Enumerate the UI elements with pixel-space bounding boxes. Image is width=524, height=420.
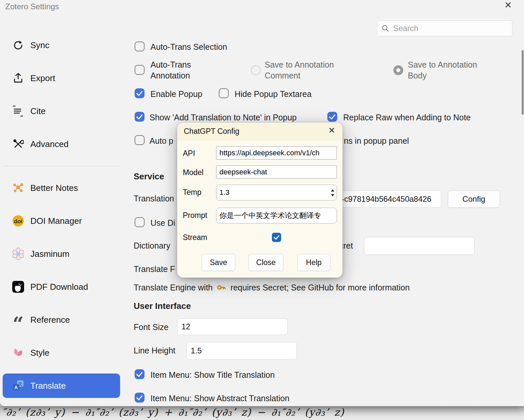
user-interface-heading: User Interface <box>134 301 191 311</box>
auto-trans-selection-label: Auto-Trans Selection <box>150 42 227 52</box>
dialog-close-icon[interactable]: ✕ <box>328 126 335 135</box>
scrollbar-thumb[interactable] <box>522 50 524 115</box>
font-size-input[interactable] <box>177 318 288 335</box>
sidebar-item-jasminum[interactable]: Jasminum <box>12 245 121 262</box>
cite-icon: “ „ <box>12 105 24 117</box>
replace-raw-label: Replace Raw when Adding to Note <box>343 113 471 122</box>
model-input[interactable] <box>216 165 337 179</box>
item-menu-abstract-checkbox[interactable] <box>135 393 145 403</box>
stream-checkbox[interactable] <box>272 233 281 242</box>
save-to-annotation-comment-radio[interactable] <box>251 65 261 75</box>
item-menu-title-checkbox[interactable] <box>135 369 145 379</box>
help-button-label: Help <box>306 258 321 267</box>
hide-popup-textarea-label: Hide Popup Textarea <box>235 89 311 99</box>
sidebar-item-label: Better Notes <box>30 183 78 193</box>
sidebar-item-label: Cite <box>30 106 46 116</box>
close-button-label: Close <box>256 258 276 267</box>
show-add-translation-checkbox[interactable] <box>135 112 145 122</box>
auto-trans-annotation-label: Auto-Trans Annotation <box>150 59 216 81</box>
sidebar-item-style[interactable]: Style <box>12 344 121 361</box>
search-box[interactable] <box>377 20 512 36</box>
help-button[interactable]: Help <box>297 254 330 271</box>
window-close-icon[interactable]: ✕ <box>504 1 512 10</box>
sidebar-item-pdf-download[interactable]: PDF Download <box>12 278 121 295</box>
export-icon <box>12 72 24 84</box>
flower-icon <box>12 248 24 260</box>
enable-popup-checkbox[interactable] <box>135 88 145 98</box>
engine-note-prefix: Translate Engine with <box>134 283 213 292</box>
search-input[interactable] <box>392 23 508 33</box>
model-label: Model <box>183 168 204 177</box>
sidebar-item-cite[interactable]: “ „ Cite <box>12 103 121 120</box>
sidebar-item-advanced[interactable]: Advanced <box>12 135 121 153</box>
chatgpt-config-dialog: ChatGPT Config ✕ API Model Temp Prompt S… <box>177 123 343 278</box>
prompt-label: Prompt <box>183 211 207 220</box>
sidebar-item-label: Export <box>30 73 55 83</box>
sidebar-item-label: Sync <box>30 40 49 50</box>
hide-popup-textarea-checkbox[interactable] <box>219 88 229 98</box>
sidebar-item-reference[interactable]: “ Reference <box>12 311 121 328</box>
sidebar-item-translate-selected[interactable]: 文 A Translate <box>3 374 120 398</box>
dialog-title: ChatGPT Config <box>184 127 239 136</box>
sidebar-item-label: Translate <box>30 381 66 391</box>
enable-popup-label: Enable Popup <box>150 89 202 99</box>
sidebar-item-doi-manager[interactable]: doi DOI Manager <box>12 212 121 229</box>
svg-text:doi: doi <box>14 218 22 225</box>
engine-note-suffix: requires Secret; See GitHub for more inf… <box>230 283 409 292</box>
temp-input[interactable] <box>216 185 337 200</box>
tools-icon <box>12 138 24 150</box>
search-icon <box>381 24 389 33</box>
replace-raw-checkbox[interactable] <box>327 112 337 122</box>
dictionary-label: Dictionary <box>134 241 170 251</box>
sidebar-item-label: Reference <box>30 315 70 325</box>
font-size-label: Font Size <box>134 322 169 332</box>
item-menu-abstract-label: Item Menu: Show Abstract Translation <box>150 394 289 403</box>
api-input[interactable] <box>216 146 337 160</box>
use-dict-checkbox[interactable] <box>135 217 145 227</box>
use-dict-label-clipped: Use Di <box>150 218 175 228</box>
sidebar-item-sync[interactable]: Sync <box>12 37 121 54</box>
translation-label: Translation <box>134 194 174 203</box>
sidebar-item-label: PDF Download <box>30 282 88 292</box>
temp-label: Temp <box>183 188 201 197</box>
background-document-strip: ″∂₂ʼ (z∂₃ʼ y) − ∂₁″∂₂ʼ (z∂₃ʼ y) + ∂₁″∂₂ʼ… <box>0 406 524 420</box>
quote-icon: “ <box>12 318 24 330</box>
petals-icon <box>12 346 24 359</box>
sidebar-item-translate-row[interactable]: 文 A Translate <box>12 377 121 394</box>
temp-spinner[interactable] <box>330 188 335 198</box>
show-add-translation-label: Show 'Add Translation to Note' in Popup <box>149 113 297 122</box>
sidebar-item-label: DOI Manager <box>30 216 82 226</box>
sidebar-item-better-notes[interactable]: Better Notes <box>12 179 121 196</box>
auto-trans-annotation-checkbox[interactable] <box>135 65 145 75</box>
dictionary-secret-input[interactable] <box>364 237 475 255</box>
auto-play-label-clipped: Auto p <box>149 136 173 146</box>
sidebar-divider <box>3 166 120 166</box>
math-formula: ″∂₂ʼ (z∂₃ʼ y) − ∂₁″∂₂ʼ (z∂₃ʼ y) + ∂₁″∂₂ʼ… <box>2 406 344 418</box>
stream-label: Stream <box>183 233 207 242</box>
sidebar-item-label: Jasminum <box>30 249 69 259</box>
engine-secret-input[interactable] <box>337 191 441 208</box>
line-height-label: Line Height <box>134 346 175 355</box>
auto-play-checkbox[interactable] <box>135 135 145 145</box>
penguin-icon <box>12 281 24 293</box>
svg-text:“: “ <box>13 105 16 111</box>
config-button[interactable]: Config <box>448 191 500 208</box>
auto-trans-selection-checkbox[interactable] <box>135 42 145 51</box>
sidebar-item-export[interactable]: Export <box>12 70 121 87</box>
better-notes-icon <box>12 182 24 194</box>
save-button-label: Save <box>210 258 227 267</box>
line-height-input[interactable] <box>186 342 297 360</box>
item-menu-title-label: Item Menu: Show Title Translation <box>150 370 275 380</box>
save-button[interactable]: Save <box>202 254 235 271</box>
prompt-input[interactable] <box>216 208 337 224</box>
save-to-annotation-body-label: Save to Annotation Body <box>408 59 490 81</box>
service-heading: Service <box>134 171 164 182</box>
svg-text:„: „ <box>20 111 23 117</box>
engine-note: Translate Engine with requires Secret; S… <box>134 283 410 293</box>
screen: ″∂₂ʼ (z∂₃ʼ y) − ∂₁″∂₂ʼ (z∂₃ʼ y) + ∂₁″∂₂ʼ… <box>0 0 524 420</box>
sidebar-item-label: Style <box>30 348 49 358</box>
save-to-annotation-body-radio[interactable] <box>393 65 403 75</box>
sidebar-item-label: Advanced <box>30 139 69 149</box>
window-title: Zotero Settings <box>5 2 59 11</box>
close-button[interactable]: Close <box>248 254 283 271</box>
